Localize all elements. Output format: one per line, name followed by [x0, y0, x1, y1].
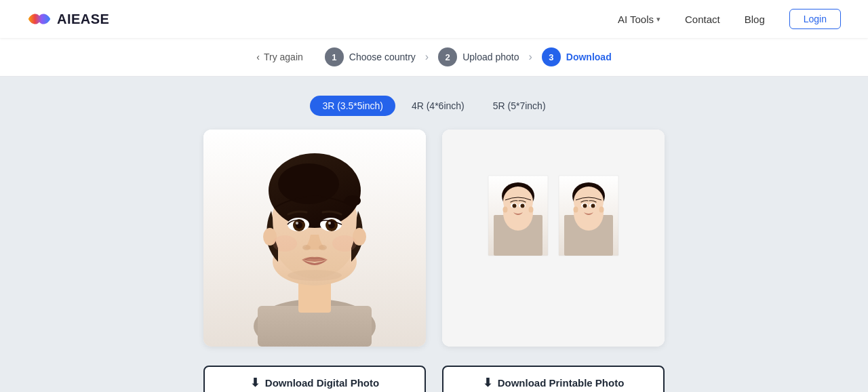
- photo-panels: [203, 130, 665, 347]
- svg-point-18: [328, 222, 331, 224]
- download-digital-icon: ⬇: [250, 376, 260, 390]
- step-arrow-2: ›: [528, 51, 532, 63]
- download-printable-button[interactable]: ⬇ Download Printable Photo: [442, 366, 665, 392]
- step-3-label: Download: [566, 52, 612, 62]
- size-tab-5r[interactable]: 5R (5*7inch): [481, 96, 558, 116]
- step-1: 1 Choose country: [325, 47, 416, 66]
- svg-point-14: [296, 222, 298, 224]
- printable-layout: [442, 130, 665, 347]
- svg-point-33: [521, 204, 525, 208]
- svg-point-8: [344, 195, 361, 206]
- svg-point-45: [574, 207, 578, 213]
- nav-contact[interactable]: Contact: [685, 14, 720, 25]
- download-digital-button[interactable]: ⬇ Download Digital Photo: [203, 366, 426, 392]
- step-arrow-1: ›: [425, 51, 429, 63]
- digital-photo-panel: [203, 130, 426, 347]
- step-2-label: Upload photo: [462, 52, 519, 62]
- svg-point-22: [332, 235, 357, 252]
- main-content: 3R (3.5*5inch) 4R (4*6inch) 5R (5*7inch): [0, 77, 868, 392]
- printable-svg: [442, 130, 665, 347]
- step-3-circle: 3: [542, 47, 561, 66]
- logo-icon: [27, 11, 52, 27]
- download-printable-label: Download Printable Photo: [498, 377, 625, 389]
- svg-point-29: [503, 187, 533, 216]
- svg-rect-24: [442, 130, 665, 347]
- svg-point-23: [288, 270, 342, 281]
- portrait-svg: [203, 130, 426, 347]
- svg-point-46: [599, 207, 604, 213]
- digital-photo: [203, 130, 426, 347]
- download-buttons: ⬇ Download Digital Photo ⬇ Download Prin…: [203, 366, 665, 392]
- svg-point-32: [513, 204, 517, 208]
- nav-blog[interactable]: Blog: [745, 14, 765, 25]
- back-button[interactable]: ‹ Try again: [256, 52, 303, 62]
- size-tabs: 3R (3.5*5inch) 4R (4*6inch) 5R (5*7inch): [310, 96, 557, 116]
- svg-point-19: [302, 245, 311, 250]
- chevron-left-icon: ‹: [256, 52, 260, 62]
- download-printable-icon: ⬇: [483, 376, 492, 390]
- size-tab-3r[interactable]: 3R (3.5*5inch): [310, 96, 395, 116]
- step-1-circle: 1: [325, 47, 344, 66]
- svg-point-40: [574, 187, 604, 216]
- svg-point-44: [591, 204, 595, 208]
- svg-point-21: [273, 235, 297, 252]
- stepper-bar: ‹ Try again 1 Choose country › 2 Upload …: [0, 38, 868, 77]
- step-2-circle: 2: [438, 47, 457, 66]
- svg-point-35: [529, 207, 534, 213]
- step-1-label: Choose country: [349, 52, 416, 62]
- nav-ai-tools[interactable]: AI Tools ▾: [618, 14, 660, 25]
- main-nav: AI Tools ▾ Contact Blog Login: [618, 9, 841, 29]
- logo-text: AIEASE: [57, 12, 109, 27]
- download-digital-label: Download Digital Photo: [265, 377, 379, 389]
- svg-point-20: [319, 245, 327, 250]
- svg-point-34: [503, 207, 508, 213]
- size-tab-4r[interactable]: 4R (4*6inch): [399, 96, 477, 116]
- chevron-down-icon: ▾: [656, 15, 660, 24]
- header: AIEASE AI Tools ▾ Contact Blog Login: [0, 0, 868, 38]
- logo[interactable]: AIEASE: [27, 11, 109, 27]
- svg-point-43: [583, 204, 587, 208]
- step-3: 3 Download: [542, 47, 612, 66]
- login-button[interactable]: Login: [789, 9, 841, 29]
- printable-photo-panel: [442, 130, 665, 347]
- step-2: 2 Upload photo: [438, 47, 519, 66]
